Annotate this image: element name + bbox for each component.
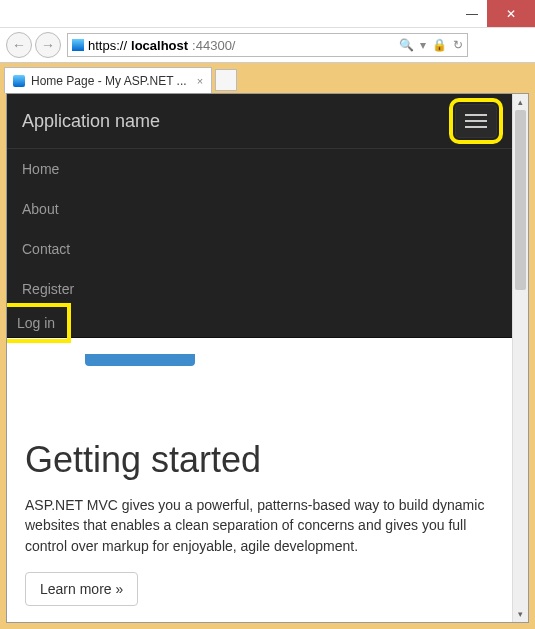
minimize-button[interactable]: — [457, 0, 487, 27]
forward-button[interactable]: → [35, 32, 61, 58]
browser-tab[interactable]: Home Page - My ASP.NET ... × [4, 67, 212, 93]
tab-title: Home Page - My ASP.NET ... [31, 74, 187, 88]
dropdown-icon[interactable]: ▾ [420, 38, 426, 52]
window-titlebar: — ✕ [0, 0, 535, 28]
nav-item-login[interactable]: Log in [7, 309, 65, 337]
learn-more-button[interactable]: Learn more » [25, 572, 138, 606]
home-icon[interactable]: ⌂ [475, 37, 483, 53]
nav-item-contact[interactable]: Contact [7, 229, 512, 269]
navbar-toggle-button[interactable] [455, 104, 497, 138]
new-tab-button[interactable] [215, 69, 237, 91]
page-content: Getting started ASP.NET MVC gives you a … [7, 338, 512, 622]
settings-icon[interactable]: ⚙ [512, 37, 525, 53]
lock-icon: 🔒 [432, 38, 447, 52]
refresh-button[interactable]: ↻ [453, 38, 463, 52]
scroll-thumb[interactable] [515, 110, 526, 290]
url-protocol: https:// [88, 38, 127, 53]
tab-bar: Home Page - My ASP.NET ... × [0, 63, 535, 93]
nav-item-register[interactable]: Register [7, 269, 512, 309]
page-viewport: Application name Home About Contact Regi… [6, 93, 529, 623]
hamburger-bar-icon [465, 120, 487, 122]
section-heading: Getting started [25, 439, 494, 481]
scroll-down-arrow-icon[interactable]: ▾ [513, 606, 528, 622]
back-button[interactable]: ← [6, 32, 32, 58]
url-host: localhost [131, 38, 188, 53]
nav-item-home[interactable]: Home [7, 149, 512, 189]
url-port-path: :44300/ [192, 38, 235, 53]
navbar-menu: Home About Contact Register Log in [7, 149, 512, 337]
browser-toolbar: ← → https://localhost:44300/ 🔍 ▾ 🔒 ↻ ⌂ ★… [0, 28, 535, 63]
search-icon[interactable]: 🔍 [399, 38, 414, 52]
scroll-up-arrow-icon[interactable]: ▴ [513, 94, 528, 110]
vertical-scrollbar[interactable]: ▴ ▾ [512, 94, 528, 622]
nav-item-about[interactable]: About [7, 189, 512, 229]
tab-close-button[interactable]: × [197, 75, 203, 87]
address-bar[interactable]: https://localhost:44300/ 🔍 ▾ 🔒 ↻ [67, 33, 468, 57]
navbar-brand[interactable]: Application name [22, 111, 160, 132]
browser-tool-icons: ⌂ ★ ⚙ [471, 37, 529, 53]
favorites-icon[interactable]: ★ [491, 37, 504, 53]
hero-button-partial[interactable] [85, 354, 195, 366]
section-paragraph: ASP.NET MVC gives you a powerful, patter… [25, 495, 494, 556]
hamburger-bar-icon [465, 126, 487, 128]
hamburger-bar-icon [465, 114, 487, 116]
close-window-button[interactable]: ✕ [487, 0, 535, 27]
tab-favicon-icon [13, 75, 25, 87]
page-favicon [72, 39, 84, 51]
site-navbar: Application name Home About Contact Regi… [7, 94, 512, 338]
